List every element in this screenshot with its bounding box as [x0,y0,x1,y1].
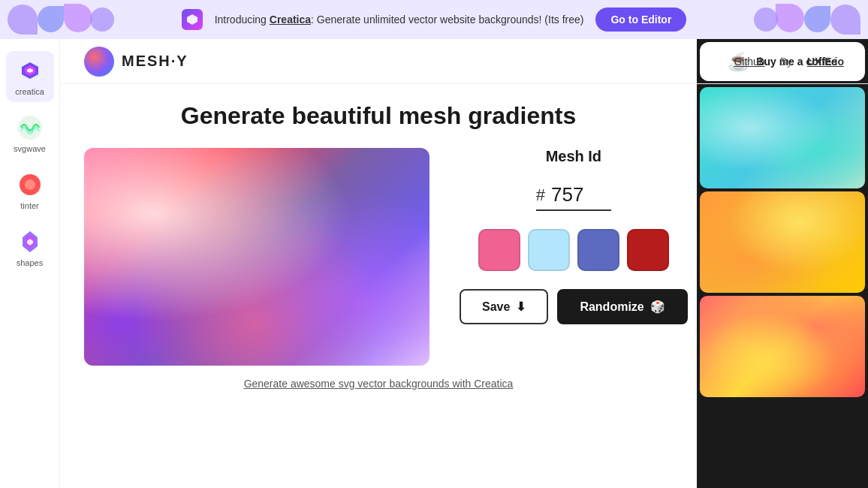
sidebar-item-label-svgwave: svgwave [14,144,46,153]
creatica-logo-icon [185,13,199,26]
shapes-app-icon [17,228,44,255]
color-swatch-light-blue[interactable] [528,229,570,271]
banner-intro: Introducing [215,14,270,26]
color-swatch-pink[interactable] [478,229,520,271]
content-row: Mesh Id # Save ⬇ Randomize 🎲 [84,148,673,366]
thumbnail-red-inner [700,296,865,397]
uxie-link[interactable]: UXIE·io [807,56,844,68]
mesh-id-input[interactable] [551,183,611,206]
banner-shape-3 [64,4,92,32]
randomize-label: Randomize [580,300,643,314]
thumbnail-orange[interactable] [700,191,865,293]
banner-text: Introducing Creatica: Generate unlimited… [215,14,584,26]
color-swatch-purple[interactable] [577,229,619,271]
save-label: Save [482,300,510,314]
sidebar-item-label-creatica: creatica [15,87,44,96]
action-buttons: Save ⬇ Randomize 🎲 [460,289,688,324]
randomize-button[interactable]: Randomize 🎲 [557,289,687,324]
shapes-icon [17,228,44,255]
sidebar: creatica svgwave tinter [0,39,60,488]
main-header: MESH·Y Github By UXIE·io [60,39,868,84]
right-panel: ☕ Buy me a coffee [697,39,868,488]
page-title: Generate beautiful mesh gradients [181,102,576,130]
sidebar-item-svgwave[interactable]: svgwave [6,108,54,159]
creatica-app-icon [20,60,41,81]
sidebar-item-label-tinter: tinter [20,201,38,210]
save-button[interactable]: Save ⬇ [460,289,548,324]
thumbnail-teal[interactable] [700,87,865,188]
svgwave-icon [17,114,44,141]
top-banner: Introducing Creatica: Generate unlimited… [0,0,868,39]
logo-text: MESH·Y [122,53,188,70]
sidebar-item-shapes[interactable]: shapes [6,222,54,273]
sidebar-item-creatica[interactable]: creatica [6,51,54,102]
header-right: Github By UXIE·io [734,56,844,68]
save-icon: ⬇ [516,300,526,314]
svgwave-app-icon [17,114,44,141]
banner-cta-button[interactable]: Go to Editor [595,8,686,32]
thumbnail-orange-inner [700,191,865,293]
tinter-app-icon [17,171,44,198]
banner-shape-r1 [830,5,860,35]
hash-symbol: # [536,185,545,205]
thumbnail-teal-inner [700,87,865,188]
page-content: Generate beautiful mesh gradients Mesh I… [60,84,697,488]
banner-brand-link[interactable]: Creatica [270,14,311,26]
banner-shape-r3 [776,4,804,32]
svg-marker-0 [187,14,197,25]
thumbnail-red[interactable] [700,296,865,397]
controls-area: Mesh Id # Save ⬇ Randomize 🎲 [460,148,688,324]
randomize-icon: 🎲 [650,300,665,314]
logo-sphere [84,47,114,77]
svg-point-6 [25,179,35,190]
sidebar-item-tinter[interactable]: tinter [6,165,54,216]
mesh-id-label: Mesh Id [546,148,601,165]
footer-link[interactable]: Generate awesome svg vector backgrounds … [244,378,514,390]
banner-shape-1 [8,5,38,35]
banner-logo [182,9,203,30]
color-swatches [478,229,669,271]
mesh-id-input-row: # [536,183,611,211]
tinter-icon [17,171,44,198]
banner-shape-r2 [804,6,830,32]
mesh-canvas-inner [84,148,429,366]
banner-shape-4 [90,8,114,32]
color-swatch-dark-red[interactable] [627,229,669,271]
github-link[interactable]: Github [734,56,764,68]
banner-shape-r4 [754,8,778,32]
banner-shape-2 [38,6,64,32]
creatica-icon [17,57,44,84]
logo-area: MESH·Y [84,47,188,77]
by-text: By [780,56,792,68]
sidebar-item-label-shapes: shapes [17,258,43,267]
mesh-canvas [84,148,429,366]
banner-desc: : Generate unlimited vector website back… [311,14,583,26]
